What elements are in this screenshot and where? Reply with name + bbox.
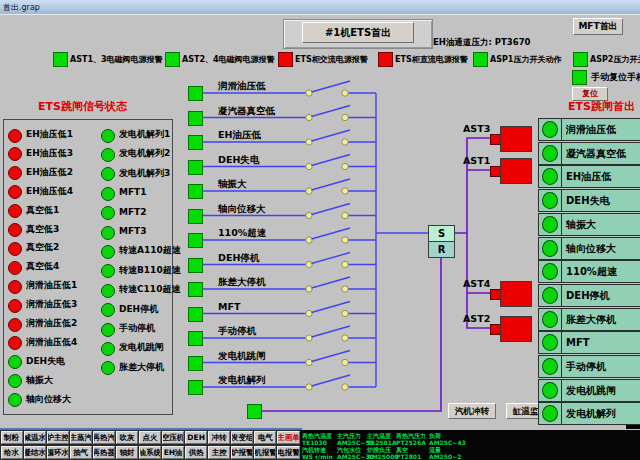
status-value: WS r/min <box>302 453 333 460</box>
toolbar-button[interactable]: 主控 <box>208 446 230 459</box>
status-label: 汽机转速 <box>302 446 326 453</box>
status-label: 汽包水位 <box>337 446 361 453</box>
first-out-lamp <box>542 216 558 233</box>
trip-state-label: 真空低1 <box>26 205 59 216</box>
legend-indicator <box>53 52 68 67</box>
trip-state-label: DEH停机 <box>119 304 158 315</box>
legend-indicator <box>165 52 180 67</box>
toolbar-button[interactable]: 油系统 <box>139 446 161 459</box>
toolbar-button[interactable]: 凝结水 <box>24 446 46 459</box>
toolbar-button[interactable]: EH油 <box>162 446 184 459</box>
mft-first-out-button[interactable]: MFT首出 <box>573 18 623 35</box>
toolbar-button[interactable]: 再热器 <box>93 446 115 459</box>
first-out-label-cell: DEH失电 <box>561 189 640 212</box>
trip-signal-indicator <box>188 356 203 371</box>
first-out-lamp <box>542 192 558 209</box>
trip-signal-label: 发电机解列 <box>218 374 266 385</box>
trip-signal-label: MFT <box>218 301 240 312</box>
legend-label: AST2、4电磁阀电源报警 <box>182 54 275 65</box>
toolbar-button[interactable]: 吹灰 <box>116 431 138 444</box>
trip-state-label: 发电机解列3 <box>119 168 170 179</box>
trip-signal-indicator <box>188 282 203 297</box>
ast-valve-box <box>500 158 532 184</box>
toolbar-button[interactable]: 炉主控 <box>47 431 69 444</box>
trip-state-label: 润滑油压低1 <box>26 280 77 291</box>
trip-signal-indicator <box>188 307 203 322</box>
trip-signal-label: EH油压低 <box>218 129 261 140</box>
first-out-lamp <box>542 287 558 304</box>
trip-signal-label: 轴向位移大 <box>218 203 266 214</box>
toolbar-button[interactable]: 机报警 <box>254 446 276 459</box>
legend-label: ETS柜交流电源报警 <box>295 54 368 65</box>
trip-state-label: 转速B110超速 <box>119 265 181 276</box>
toolbar-button[interactable]: 主蒸汽 <box>70 431 92 444</box>
toolbar-button[interactable]: 供热 <box>185 446 207 459</box>
trip-state-lamp <box>8 242 22 256</box>
ets-first-out-button[interactable]: #1机ETS首出 <box>302 22 414 43</box>
process-status-panel: 再热汽温度TE1030主汽压力AM25C~50主汽温度TE2501A再热汽压力P… <box>300 430 640 460</box>
trip-state-lamp <box>8 204 22 218</box>
toolbar-button[interactable]: 电气 <box>254 431 276 444</box>
toolbar-button[interactable]: 轴封 <box>116 446 138 459</box>
status-label: 流量 <box>429 446 441 453</box>
trip-state-label: 润滑油压低2 <box>26 318 77 329</box>
trip-state-lamp <box>8 280 22 294</box>
trip-state-lamp <box>101 206 115 220</box>
first-out-label-cell: MFT <box>561 331 640 354</box>
legend-label: ASP2压力开关动作 <box>590 54 640 65</box>
toolbar-button[interactable]: 点火 <box>139 431 161 444</box>
trip-state-label: MFT2 <box>119 207 147 218</box>
set-box: S <box>428 225 455 242</box>
right-panel-title: ETS跳闸首出 <box>568 99 635 114</box>
toolbar-button[interactable]: 炉报警 <box>231 446 253 459</box>
trip-state-label: 润滑油压低4 <box>26 337 77 348</box>
ets-first-out-screen: 首出.grap #1机ETS首出 EH油通道压力: PT3670 MFT首出 手… <box>0 0 640 460</box>
trip-state-lamp <box>101 342 115 356</box>
trip-state-label: DEH失电 <box>26 356 65 367</box>
first-out-lamp <box>542 358 558 375</box>
toolbar-button[interactable]: 主画单 <box>277 431 299 444</box>
trip-state-lamp <box>101 323 115 337</box>
first-out-lamp <box>542 145 558 162</box>
reset-circuit-indicator <box>247 404 262 419</box>
first-out-label-cell: 轴向位移大 <box>561 237 640 260</box>
toolbar-button[interactable]: 给水 <box>1 446 23 459</box>
trip-signal-indicator <box>188 209 203 224</box>
toolbar-button[interactable]: 制粉 <box>1 431 23 444</box>
first-out-label-cell: 手动停机 <box>561 355 640 378</box>
legend-indicator <box>378 52 393 67</box>
toolbar-button[interactable]: 发变组 <box>231 431 253 444</box>
trip-signal-indicator <box>188 111 203 126</box>
trip-state-label: 转速C110超速 <box>119 284 180 295</box>
trip-state-lamp <box>8 261 22 275</box>
toolbar-button[interactable]: 再热汽 <box>93 431 115 444</box>
trip-state-label: 润滑油压低3 <box>26 299 77 310</box>
trip-state-lamp <box>101 148 115 162</box>
status-label: 再热汽温度 <box>302 432 332 439</box>
toolbar-row-2: 给水凝结水循环水抽气再热器轴封油系统EH油供热主控炉报警机报警电报警 <box>0 445 300 460</box>
trip-state-label: 真空低4 <box>26 261 59 272</box>
toolbar-button[interactable]: 冲转 <box>208 431 230 444</box>
ast-label: AST2 <box>463 313 490 324</box>
trip-signal-label: 手动停机 <box>218 325 256 336</box>
trip-signal-label: 润滑油压低 <box>218 80 266 91</box>
toolbar-button[interactable]: 电报警 <box>277 446 299 459</box>
trip-signal-label: DEH停机 <box>218 252 259 263</box>
trip-signal-indicator <box>188 135 203 150</box>
toolbar-button[interactable]: 抽气 <box>70 446 92 459</box>
status-label: 真空 <box>396 446 408 453</box>
toolbar-button[interactable]: DEH <box>185 431 207 444</box>
toolbar-button[interactable]: 空压机 <box>162 431 184 444</box>
trip-signal-indicator <box>188 184 203 199</box>
trip-signal-label: 110%超速 <box>218 227 266 238</box>
trip-state-label: EH油压低4 <box>26 186 73 197</box>
first-out-lamp <box>542 240 558 257</box>
toolbar-button[interactable]: 循环水 <box>47 446 69 459</box>
toolbar-button[interactable]: 减温水 <box>24 431 46 444</box>
manual-reset-indicator <box>572 70 587 85</box>
toolbar-row-1: 制粉减温水炉主控主蒸汽再热汽吹灰点火空压机DEH冲转发变组电气主画单 <box>0 430 300 445</box>
ast-valve-box <box>500 281 532 307</box>
status-label: 再热汽压力 <box>396 432 426 439</box>
turbine-roll-button[interactable]: 汽机冲转 <box>448 403 496 419</box>
first-out-label-cell: 胀差大停机 <box>561 308 640 331</box>
